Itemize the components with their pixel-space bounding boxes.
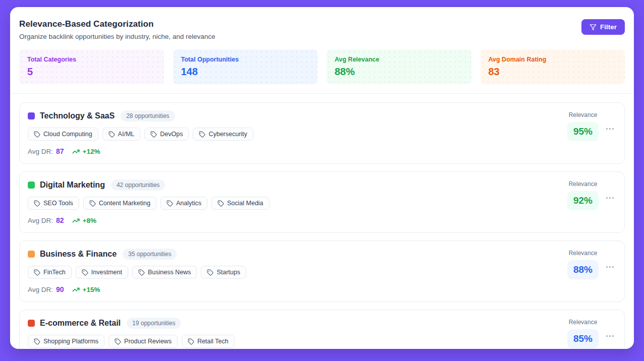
relevance-value: 88% xyxy=(567,260,599,279)
ellipsis-icon xyxy=(606,128,614,130)
avg-dr-value: 82 xyxy=(56,216,64,224)
tag-label: Investment xyxy=(91,269,122,276)
avg-dr-row: Avg DR: 82 +8% xyxy=(28,216,270,224)
avg-dr-row: Avg DR: 90 +15% xyxy=(28,285,246,293)
tag-chip[interactable]: DevOps xyxy=(144,128,189,141)
category-name: Technology & SaaS xyxy=(40,111,115,121)
tag-label: Business News xyxy=(148,269,191,276)
tag-label: Cybersecurity xyxy=(208,131,247,138)
tag-label: Startups xyxy=(217,269,240,276)
tag-label: Social Media xyxy=(227,200,263,207)
stat-card-avg-domain-rating: Avg Domain Rating 83 xyxy=(480,49,625,84)
tag-icon xyxy=(218,200,224,207)
tag-icon xyxy=(150,131,157,138)
tag-chip[interactable]: Shopping Platforms xyxy=(28,335,104,348)
relevance-value: 95% xyxy=(567,122,599,141)
relevance-label: Relevance xyxy=(569,180,598,188)
tag-label: DevOps xyxy=(160,131,183,138)
stats-row: Total Categories 5 Total Opportunities 1… xyxy=(10,48,634,93)
page-subtitle: Organize backlink opportunities by indus… xyxy=(19,33,215,40)
tag-icon xyxy=(167,200,173,207)
tag-chip[interactable]: Social Media xyxy=(211,197,270,210)
tag-chip[interactable]: Startups xyxy=(201,266,246,279)
tag-label: Cloud Computing xyxy=(43,131,92,138)
main-panel: Relevance-Based Categorization Organize … xyxy=(10,7,634,349)
stat-card-avg-relevance: Avg Relevance 88% xyxy=(327,49,471,84)
category-color-dot xyxy=(28,251,35,258)
tag-chip[interactable]: Content Marketing xyxy=(83,197,156,210)
tag-label: Content Marketing xyxy=(99,200,150,207)
category-main: Technology & SaaS 28 opportunities Cloud… xyxy=(28,110,253,155)
tag-chip[interactable]: Cybersecurity xyxy=(193,128,253,141)
relevance-value: 92% xyxy=(567,191,599,210)
tag-chip[interactable]: AI/ML xyxy=(102,128,141,141)
tag-icon xyxy=(199,131,205,138)
tag-chip[interactable]: Investment xyxy=(76,266,128,279)
tags-row: Cloud Computing AI/ML DevOps Cybersecuri… xyxy=(28,128,253,141)
avg-dr-row: Avg DR: 87 +12% xyxy=(28,147,253,155)
tags-row: SEO Tools Content Marketing Analytics So… xyxy=(28,197,270,210)
tag-label: Shopping Platforms xyxy=(43,338,98,345)
trending-up-icon xyxy=(72,286,80,293)
more-menu-button[interactable] xyxy=(605,194,615,202)
avg-dr-label: Avg DR: xyxy=(28,286,53,293)
tag-label: FinTech xyxy=(43,269,66,276)
tags-row: FinTech Investment Business News Startup… xyxy=(28,266,246,279)
opportunity-count-badge: 42 opportunities xyxy=(111,179,165,191)
tag-chip[interactable]: Analytics xyxy=(160,197,207,210)
trend-value: +8% xyxy=(83,217,96,224)
more-menu-button[interactable] xyxy=(605,332,615,340)
relevance-label: Relevance xyxy=(569,250,598,257)
tags-row: Shopping Platforms Product Reviews Retai… xyxy=(28,335,235,348)
tag-label: Analytics xyxy=(176,200,201,207)
stat-value: 148 xyxy=(181,66,310,78)
category-name: Digital Marketing xyxy=(40,180,105,190)
category-card-ecommerce-retail[interactable]: E-commerce & Retail 19 opportunities Sho… xyxy=(19,310,625,349)
category-list: Technology & SaaS 28 opportunities Cloud… xyxy=(10,94,634,349)
relevance-label: Relevance xyxy=(569,111,598,118)
page-title: Relevance-Based Categorization xyxy=(19,19,215,29)
category-name: Business & Finance xyxy=(40,250,117,259)
trending-up-icon xyxy=(72,148,80,155)
tag-icon xyxy=(138,269,145,276)
tag-icon xyxy=(115,338,121,345)
tag-chip[interactable]: Cloud Computing xyxy=(28,128,98,141)
tag-chip[interactable]: Product Reviews xyxy=(109,335,178,348)
trend-value: +15% xyxy=(83,286,100,293)
tag-icon xyxy=(89,200,96,207)
stat-value: 5 xyxy=(27,66,156,78)
avg-dr-label: Avg DR: xyxy=(28,217,53,224)
opportunity-count-badge: 35 opportunities xyxy=(123,249,177,260)
relevance-label: Relevance xyxy=(569,319,598,326)
category-color-dot xyxy=(28,182,35,189)
tag-chip[interactable]: FinTech xyxy=(28,266,72,279)
tag-label: SEO Tools xyxy=(43,200,73,207)
category-card-digital-marketing[interactable]: Digital Marketing 42 opportunities SEO T… xyxy=(19,171,625,233)
more-menu-button[interactable] xyxy=(605,125,615,133)
category-main: Digital Marketing 42 opportunities SEO T… xyxy=(28,179,270,224)
tag-chip[interactable]: SEO Tools xyxy=(28,197,79,210)
filter-button[interactable]: Filter xyxy=(581,19,625,35)
panel-header: Relevance-Based Categorization Organize … xyxy=(10,7,634,48)
category-color-dot xyxy=(28,112,35,119)
header-text: Relevance-Based Categorization Organize … xyxy=(19,19,215,40)
tag-label: Retail Tech xyxy=(197,338,229,345)
relevance-value: 85% xyxy=(567,329,599,348)
tag-icon xyxy=(34,200,40,207)
category-side: Relevance 92% xyxy=(567,179,615,210)
category-card-technology-saas[interactable]: Technology & SaaS 28 opportunities Cloud… xyxy=(19,102,625,164)
tag-icon xyxy=(34,338,40,345)
category-card-business-finance[interactable]: Business & Finance 35 opportunities FinT… xyxy=(19,240,625,302)
opportunity-count-badge: 19 opportunities xyxy=(127,318,181,329)
stat-value: 88% xyxy=(335,66,463,78)
ellipsis-icon xyxy=(606,335,614,337)
stat-value: 83 xyxy=(489,66,617,78)
more-menu-button[interactable] xyxy=(605,263,615,271)
trending-up-icon xyxy=(72,217,80,224)
tag-label: AI/ML xyxy=(118,131,135,138)
filter-button-label: Filter xyxy=(600,23,617,31)
tag-chip[interactable]: Retail Tech xyxy=(182,335,235,348)
avg-dr-value: 87 xyxy=(56,147,64,155)
stat-card-total-opportunities: Total Opportunities 148 xyxy=(173,49,318,84)
tag-chip[interactable]: Business News xyxy=(132,266,197,279)
